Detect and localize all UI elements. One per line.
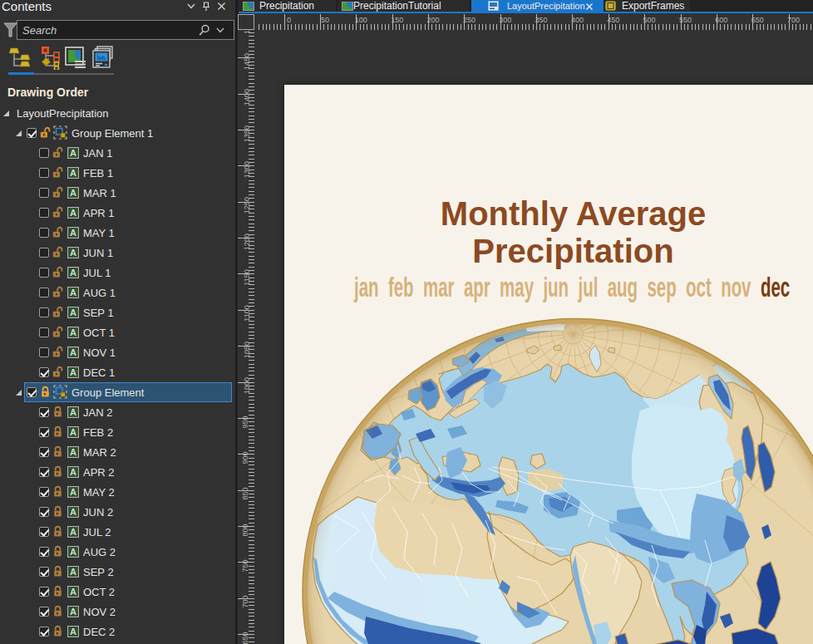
svg-text:A: A [70, 487, 76, 497]
svg-text:A: A [70, 268, 76, 278]
svg-text:A: A [70, 288, 76, 297]
svg-text:A: A [70, 228, 76, 238]
svg-text:A: A [70, 447, 76, 457]
svg-text:A: A [70, 407, 76, 417]
svg-text:A: A [70, 627, 76, 637]
svg-text:A: A [70, 527, 76, 537]
svg-text:A: A [70, 367, 76, 377]
svg-text:A: A [70, 208, 76, 218]
svg-text:A: A [70, 507, 76, 517]
svg-text:A: A [70, 467, 76, 477]
svg-text:A: A [70, 347, 76, 357]
svg-text:A: A [70, 327, 76, 337]
svg-text:A: A [70, 307, 76, 317]
svg-text:A: A [70, 567, 76, 577]
svg-text:A: A [70, 248, 76, 258]
svg-text:A: A [70, 168, 76, 178]
svg-text:A: A [70, 188, 76, 198]
svg-text:A: A [70, 148, 76, 158]
svg-text:A: A [70, 587, 76, 597]
svg-text:A: A [70, 547, 76, 557]
svg-text:A: A [70, 427, 76, 437]
svg-text:A: A [70, 607, 76, 617]
